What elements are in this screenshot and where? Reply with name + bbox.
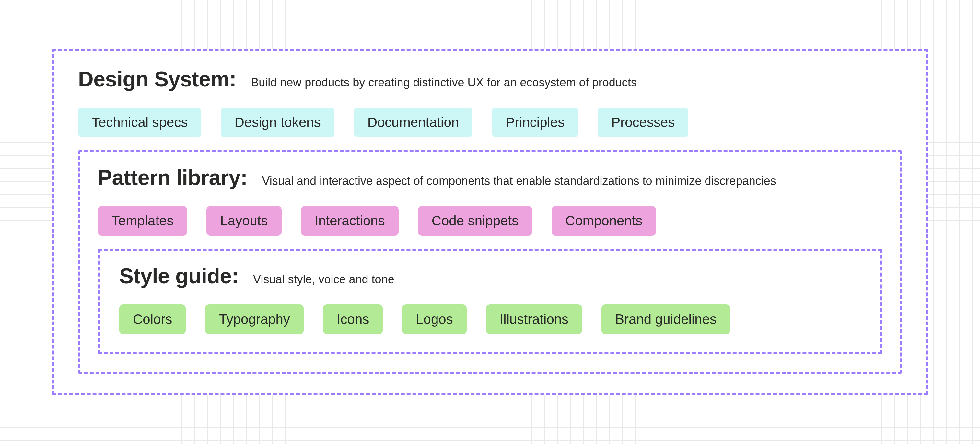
chip-design-tokens: Design tokens <box>221 108 334 137</box>
chip-processes: Processes <box>598 108 688 137</box>
chip-principles: Principles <box>492 108 578 137</box>
chip-logos: Logos <box>402 304 466 334</box>
pattern-library-title: Pattern library: <box>98 165 247 190</box>
chip-colors: Colors <box>119 304 186 334</box>
design-system-chips: Technical specs Design tokens Documentat… <box>78 108 902 137</box>
chip-layouts: Layouts <box>207 206 281 236</box>
design-system-header: Design System: Build new products by cre… <box>78 67 902 91</box>
pattern-library-box: Pattern library: Visual and interactive … <box>78 150 902 374</box>
chip-typography: Typography <box>205 304 303 334</box>
pattern-library-header: Pattern library: Visual and interactive … <box>98 165 882 190</box>
pattern-library-chips: Templates Layouts Interactions Code snip… <box>98 206 882 236</box>
design-system-title: Design System: <box>78 67 236 91</box>
style-guide-header: Style guide: Visual style, voice and ton… <box>119 263 861 288</box>
design-system-box: Design System: Build new products by cre… <box>52 49 928 395</box>
style-guide-box: Style guide: Visual style, voice and ton… <box>98 249 882 354</box>
chip-illustrations: Illustrations <box>486 304 582 334</box>
style-guide-chips: Colors Typography Icons Logos Illustrati… <box>119 304 861 334</box>
pattern-library-description: Visual and interactive aspect of compone… <box>262 174 776 188</box>
chip-components: Components <box>552 206 656 236</box>
chip-documentation: Documentation <box>354 108 473 137</box>
style-guide-title: Style guide: <box>119 263 239 288</box>
style-guide-description: Visual style, voice and tone <box>253 273 395 286</box>
chip-templates: Templates <box>98 206 187 236</box>
design-system-description: Build new products by creating distincti… <box>251 76 637 89</box>
chip-icons: Icons <box>323 304 383 334</box>
chip-code-snippets: Code snippets <box>418 206 533 236</box>
chip-technical-specs: Technical specs <box>78 108 201 137</box>
chip-interactions: Interactions <box>301 206 399 236</box>
chip-brand-guidelines: Brand guidelines <box>601 304 730 334</box>
